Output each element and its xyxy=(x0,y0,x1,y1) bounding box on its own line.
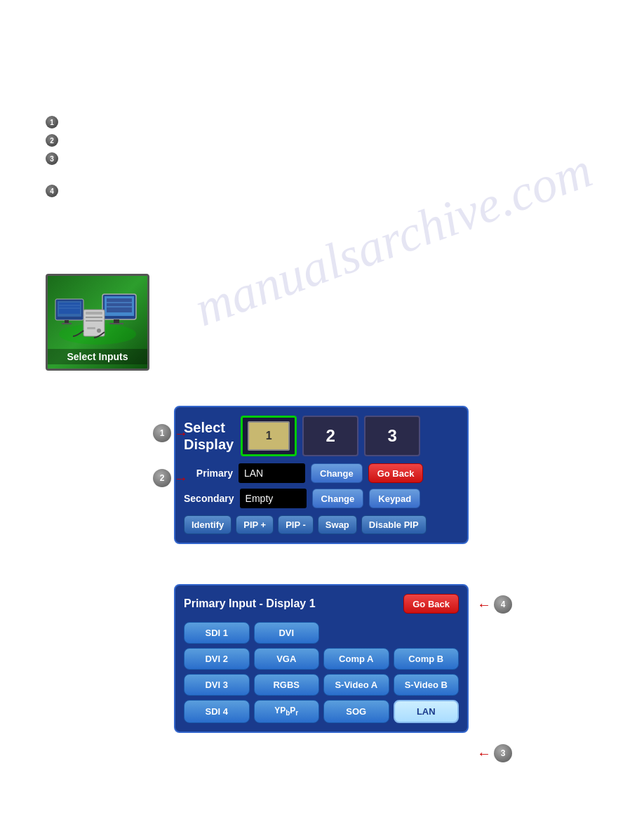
keypad-button[interactable]: Keypad xyxy=(369,489,420,508)
bullet-2: 2 xyxy=(46,134,58,147)
callout-4: ← 4 xyxy=(476,595,512,614)
identify-button[interactable]: Identify xyxy=(184,515,232,534)
bullet-4: 4 xyxy=(46,185,58,197)
callout-1-circle: 1 xyxy=(153,424,171,442)
disable-pip-button[interactable]: Disable PIP xyxy=(361,515,427,534)
bullet-list: 1 2 3 4 xyxy=(46,116,58,197)
svg-rect-13 xyxy=(87,327,95,329)
display-btn-2[interactable]: 2 xyxy=(302,416,358,456)
primary-row: Primary LAN Change Go Back xyxy=(184,463,459,483)
empty-placeholder xyxy=(323,622,459,644)
select-inputs-label: Select Inputs xyxy=(48,349,147,364)
callout-1: 1 → xyxy=(153,424,189,442)
input-compa[interactable]: Comp A xyxy=(323,648,389,670)
secondary-label: Secondary xyxy=(184,493,234,504)
callout-3: ← 3 xyxy=(476,744,512,762)
svg-rect-6 xyxy=(114,319,119,323)
secondary-value: Empty xyxy=(240,489,307,508)
callout-2-arrow: → xyxy=(174,470,188,486)
callout-2: 2 → xyxy=(153,469,189,487)
svg-rect-10 xyxy=(86,317,102,318)
svg-rect-19 xyxy=(65,320,69,323)
watermark: manualsarchive.com xyxy=(187,141,600,339)
swap-button[interactable]: Swap xyxy=(318,515,357,534)
callout-3-circle: 3 xyxy=(494,744,512,762)
input-svideob[interactable]: S-Video B xyxy=(394,674,459,696)
input-compb[interactable]: Comp B xyxy=(394,648,459,670)
input-grid: SDI 1 DVI DVI 2 VGA Comp A Comp B DVI 3 … xyxy=(184,622,459,723)
callout-4-circle: 4 xyxy=(494,595,512,614)
go-back-button-2[interactable]: Go Back xyxy=(403,594,459,614)
screen-icon-1 xyxy=(248,421,290,451)
action-buttons-row: Identify PIP + PIP - Swap Disable PIP xyxy=(184,515,459,534)
input-sog[interactable]: SOG xyxy=(323,700,389,723)
select-inputs-image[interactable]: Select Inputs xyxy=(46,274,149,371)
panel-primary-input: Primary Input - Display 1 Go Back SDI 1 … xyxy=(174,584,469,733)
panel2-title: Primary Input - Display 1 xyxy=(184,597,316,610)
display-3-label: 3 xyxy=(387,426,396,446)
panel1-title: SelectDisplay xyxy=(184,419,234,453)
svg-rect-3 xyxy=(107,298,132,312)
pip-plus-button[interactable]: PIP + xyxy=(236,515,274,534)
secondary-row: Secondary Empty Change Keypad xyxy=(184,489,459,508)
input-sdi4[interactable]: SDI 4 xyxy=(184,700,250,723)
input-lan[interactable]: LAN xyxy=(394,700,459,723)
primary-label: Primary xyxy=(184,468,233,479)
svg-rect-7 xyxy=(109,323,123,324)
display-btn-3[interactable]: 3 xyxy=(364,416,420,456)
callout-3-arrow: ← xyxy=(477,746,491,762)
display-2-label: 2 xyxy=(326,426,335,446)
primary-value: LAN xyxy=(239,463,305,483)
primary-change-button[interactable]: Change xyxy=(311,463,363,483)
svg-rect-20 xyxy=(62,323,72,324)
pip-minus-button[interactable]: PIP - xyxy=(278,515,314,534)
svg-rect-9 xyxy=(86,312,102,315)
input-dvi[interactable]: DVI xyxy=(254,622,320,644)
input-rgbs[interactable]: RGBS xyxy=(254,674,320,696)
input-svideoa[interactable]: S-Video A xyxy=(323,674,389,696)
display-btn-1[interactable] xyxy=(241,416,297,456)
input-ypbpr[interactable]: YPbPr xyxy=(254,700,320,723)
bullet-3: 3 xyxy=(46,152,58,165)
callout-1-arrow: → xyxy=(174,425,188,442)
go-back-button-1[interactable]: Go Back xyxy=(368,463,424,483)
panel-select-display: SelectDisplay 2 3 Primary LAN Change Go … xyxy=(174,406,469,544)
input-dvi2[interactable]: DVI 2 xyxy=(184,648,250,670)
input-sdi1[interactable]: SDI 1 xyxy=(184,622,250,644)
callout-4-arrow: ← xyxy=(477,597,491,613)
secondary-change-button[interactable]: Change xyxy=(312,489,364,508)
callout-2-circle: 2 xyxy=(153,469,171,487)
input-vga[interactable]: VGA xyxy=(254,648,320,670)
svg-rect-11 xyxy=(86,320,102,322)
display-buttons-row: 2 3 xyxy=(241,416,420,456)
equipment-illustration xyxy=(52,282,143,348)
panel2-header: Primary Input - Display 1 Go Back xyxy=(184,594,459,614)
svg-point-12 xyxy=(97,329,101,333)
input-dvi3[interactable]: DVI 3 xyxy=(184,674,250,696)
bullet-1: 1 xyxy=(46,116,58,128)
